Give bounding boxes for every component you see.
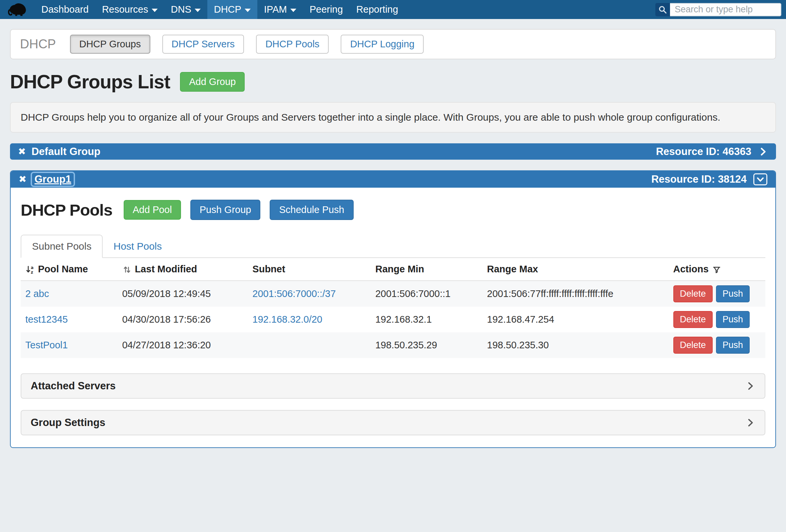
last-modified-cell: 04/30/2018 17:56:26 (117, 307, 248, 332)
nav-label: DNS (171, 4, 191, 15)
nav-dhcp[interactable]: DHCP (207, 0, 257, 19)
group-panel-body: DHCP Pools Add Pool Push Group Schedule … (11, 188, 775, 447)
top-navbar: Dashboard Resources DNS DHCP IPAM Peerin… (0, 0, 786, 19)
elephant-logo-icon (8, 3, 27, 17)
tab-subnet-pools[interactable]: Subnet Pools (21, 235, 103, 258)
nav-label: IPAM (264, 4, 287, 15)
group-settings-section[interactable]: Group Settings (21, 410, 765, 435)
description-text: DHCP Groups help you to organize all of … (21, 112, 720, 123)
attached-servers-section[interactable]: Attached Servers (21, 373, 765, 399)
caret-down-icon (245, 9, 251, 12)
group-header-right: Resource ID: 46363 (656, 146, 768, 158)
pools-header: DHCP Pools Add Pool Push Group Schedule … (21, 200, 765, 220)
range-max-cell: 192.168.47.254 (482, 307, 669, 332)
group-settings-label: Group Settings (31, 417, 105, 429)
schedule-push-button[interactable]: Schedule Push (270, 200, 353, 220)
range-max-cell: 198.50.235.30 (482, 332, 669, 358)
subnet-link[interactable]: 192.168.32.0/20 (252, 314, 322, 325)
col-subnet: Subnet (248, 258, 371, 281)
group-panel-group1: ✖ Group1 Resource ID: 38124 DHCP Pools A… (10, 170, 776, 448)
table-row: 2 abc 05/09/2018 12:49:45 2001:506:7000:… (21, 281, 765, 307)
group-header-right: Resource ID: 38124 (651, 174, 767, 185)
table-row: TestPool1 04/27/2018 12:36:20 198.50.235… (21, 332, 765, 358)
col-range-max: Range Max (482, 258, 669, 281)
pool-tabs: Subnet Pools Host Pools (21, 235, 765, 258)
delete-button[interactable]: Delete (673, 285, 713, 302)
push-group-button[interactable]: Push Group (190, 200, 261, 220)
caret-down-icon (152, 9, 158, 12)
expand-chevron[interactable] (745, 418, 755, 428)
nav-label: Resources (102, 4, 148, 15)
push-button[interactable]: Push (716, 337, 750, 354)
page-title: DHCP Groups List (10, 71, 170, 93)
delete-button[interactable]: Delete (673, 337, 713, 354)
delete-button[interactable]: Delete (673, 311, 713, 328)
last-modified-cell: 05/09/2018 12:49:45 (117, 281, 248, 307)
description-box: DHCP Groups help you to organize all of … (10, 102, 776, 133)
caret-down-icon (195, 9, 201, 12)
chevron-right-icon (745, 381, 755, 391)
chevron-down-icon (756, 175, 765, 184)
push-button[interactable]: Push (716, 311, 750, 328)
last-modified-cell: 04/27/2018 12:36:20 (117, 332, 248, 358)
col-actions: Actions (669, 258, 765, 281)
section-tab-bar: DHCP DHCP Groups DHCP Servers DHCP Pools… (10, 29, 776, 59)
page-header: DHCP Groups List Add Group (10, 71, 776, 93)
remove-group-icon[interactable]: ✖ (19, 175, 26, 184)
group-name: Default Group (31, 146, 100, 158)
actions-cell: DeletePush (669, 307, 765, 332)
col-range-min: Range Min (371, 258, 482, 281)
tab-dhcp-groups[interactable]: DHCP Groups (70, 35, 150, 54)
push-button[interactable]: Push (716, 285, 750, 302)
pool-name-link[interactable]: 2 abc (25, 288, 49, 299)
search-icon (658, 5, 667, 14)
nav-reporting[interactable]: Reporting (350, 0, 405, 19)
group-header-default-group[interactable]: ✖ Default Group Resource ID: 46363 (10, 143, 776, 160)
sort-both-icon (122, 265, 132, 275)
actions-cell: DeletePush (669, 332, 765, 358)
group-name-link[interactable]: Group1 (32, 173, 73, 186)
nav-dashboard[interactable]: Dashboard (35, 0, 95, 19)
col-last-modified[interactable]: Last Modified (117, 258, 248, 281)
nav-peering[interactable]: Peering (303, 0, 350, 19)
nav-label: Dashboard (41, 4, 89, 15)
nav-label: Reporting (356, 4, 398, 15)
add-pool-button[interactable]: Add Pool (124, 200, 181, 220)
tab-host-pools[interactable]: Host Pools (103, 235, 172, 257)
nav-dns[interactable]: DNS (164, 0, 207, 19)
actions-cell: DeletePush (669, 281, 765, 307)
range-max-cell: 2001:506:77ff:ffff:ffff:ffff:ffff:fffe (482, 281, 669, 307)
attached-servers-label: Attached Servers (31, 380, 116, 392)
sort-alpha-down-icon: a z (25, 265, 35, 275)
tab-dhcp-pools[interactable]: DHCP Pools (256, 35, 329, 54)
caret-down-icon (290, 9, 296, 12)
chevron-right-icon (745, 418, 755, 428)
tab-dhcp-logging[interactable]: DHCP Logging (341, 35, 424, 54)
tab-dhcp-servers[interactable]: DHCP Servers (162, 35, 244, 54)
range-min-cell: 192.168.32.1 (371, 307, 482, 332)
collapse-toggle[interactable] (753, 174, 767, 185)
add-group-button[interactable]: Add Group (180, 72, 245, 92)
navbar-search (655, 0, 786, 19)
nav-label: DHCP (214, 4, 241, 15)
svg-text:z: z (31, 270, 33, 275)
pools-title: DHCP Pools (21, 201, 112, 219)
pool-name-link[interactable]: test12345 (25, 314, 68, 325)
pool-name-link[interactable]: TestPool1 (25, 340, 68, 350)
expand-chevron[interactable] (745, 381, 755, 391)
col-pool-name[interactable]: a z Pool Name (21, 258, 117, 281)
table-row: test12345 04/30/2018 17:56:26 192.168.32… (21, 307, 765, 332)
remove-group-icon[interactable]: ✖ (18, 147, 26, 156)
nav-ipam[interactable]: IPAM (257, 0, 303, 19)
group-header-group1[interactable]: ✖ Group1 Resource ID: 38124 (11, 171, 775, 188)
subnet-link[interactable]: 2001:506:7000::/37 (252, 288, 336, 299)
chevron-right-icon[interactable] (758, 147, 768, 157)
range-min-cell: 198.50.235.29 (371, 332, 482, 358)
search-input[interactable] (670, 3, 781, 16)
pools-table: a z Pool Name Last Modified Subnet Range… (21, 258, 765, 358)
filter-icon[interactable] (712, 265, 721, 275)
nav-resources[interactable]: Resources (95, 0, 164, 19)
resource-id: Resource ID: 46363 (656, 146, 751, 158)
search-button[interactable] (655, 3, 670, 16)
app-logo[interactable] (0, 0, 35, 19)
